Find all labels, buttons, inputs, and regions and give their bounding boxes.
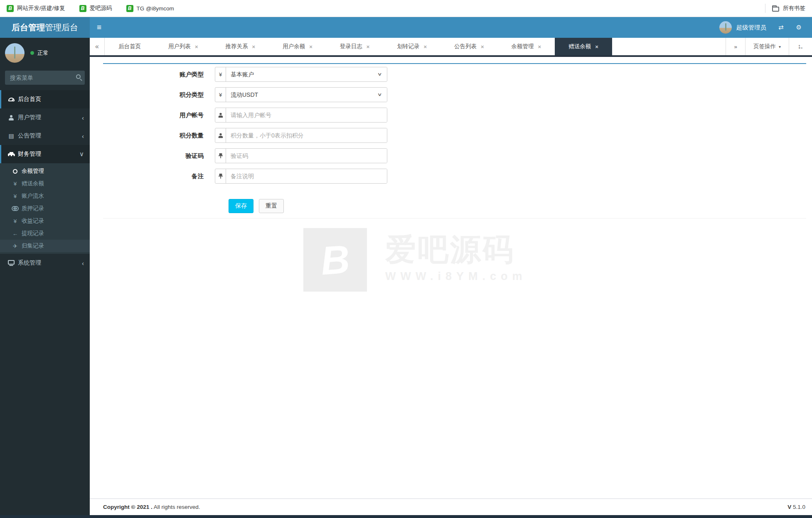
user-icon <box>7 115 15 120</box>
all-bookmarks-label: 所有书签 <box>783 5 805 12</box>
sidebar-search-input[interactable] <box>5 71 85 85</box>
pin-icon <box>215 149 226 163</box>
bookmarks-divider <box>765 4 765 13</box>
sidebar: 正常 后台首页 用户管理 ‹ ▤ 公告管理 ‹ <box>0 38 90 518</box>
sidebar-item-balance-mgmt[interactable]: 余额管理 <box>0 165 90 177</box>
bookmark-label: 网站开发/搭建/修复 <box>17 5 65 12</box>
newspaper-icon: ▤ <box>7 133 15 139</box>
field-label: 积分类型 <box>103 91 204 99</box>
close-icon[interactable]: × <box>595 44 598 50</box>
tab-bar-right: » 页签操作 ▾ <box>726 38 812 55</box>
sidebar-item-account-flow[interactable]: ¥ 账户流水 <box>0 190 90 202</box>
submenu-item-label: 账户流水 <box>22 192 44 200</box>
field-label: 用户帐号 <box>103 111 204 119</box>
close-icon[interactable]: × <box>423 44 427 50</box>
close-icon[interactable]: × <box>538 44 541 50</box>
sidebar-item-profit-log[interactable]: ¥ 收益记录 <box>0 215 90 227</box>
submenu-item-label: 收益记录 <box>22 217 44 225</box>
caret-down-icon: ▾ <box>779 44 781 49</box>
sidebar-item-label: 后台首页 <box>18 96 41 103</box>
fullscreen-button[interactable] <box>789 38 812 55</box>
sidebar-item-dashboard[interactable]: 后台首页 <box>0 90 90 108</box>
footer-version-label: V <box>787 504 791 510</box>
tabs-scroll-right-button[interactable]: » <box>726 38 745 55</box>
tab-user-balance[interactable]: 用户余额 × <box>269 38 326 55</box>
submenu-item-label: 赠送余额 <box>22 180 44 187</box>
tab-actions-dropdown[interactable]: 页签操作 ▾ <box>745 38 789 55</box>
form-buttons: 保存 重置 <box>229 199 806 213</box>
tab-login-log[interactable]: 登录日志 × <box>326 38 384 55</box>
sidebar-item-label: 系统管理 <box>18 259 41 267</box>
captcha-group <box>215 148 387 163</box>
tab-label: 公告列表 <box>454 43 477 50</box>
sidebar-item-pledge-log[interactable]: 质押记录 <box>0 202 90 215</box>
refresh-icon[interactable]: ⇄ <box>772 17 790 38</box>
account-type-select-wrap: 基本账户 <box>226 67 387 81</box>
close-icon[interactable]: × <box>195 44 198 50</box>
gear-icon[interactable]: ⚙ <box>790 17 808 38</box>
user-status-label: 正常 <box>37 49 49 57</box>
sidebar-item-withdraw-log[interactable]: ← 提现记录 <box>0 227 90 240</box>
navbar-user-menu[interactable]: 超级管理员 <box>714 17 772 38</box>
watermark-title: 爱吧源码 <box>385 231 527 268</box>
sidebar-item-system-mgmt[interactable]: 系统管理 ‹ <box>0 254 90 272</box>
sidebar-item-user-mgmt[interactable]: 用户管理 ‹ <box>0 108 90 127</box>
tab-label: 余额管理 <box>512 43 534 50</box>
monitor-icon <box>7 260 15 266</box>
points-type-select[interactable]: 流动USDT <box>226 88 387 102</box>
sidebar-toggle-button[interactable]: ≡ <box>90 17 108 38</box>
submenu-item-label: 余额管理 <box>22 167 44 175</box>
tab-label: 赠送余额 <box>568 43 591 50</box>
sidebar-user-panel: 正常 <box>0 38 90 67</box>
user-avatar <box>719 21 732 34</box>
username-input[interactable] <box>226 108 387 122</box>
logo-light-text: 管理后台 <box>45 22 78 33</box>
close-icon[interactable]: × <box>367 44 370 50</box>
bookmark-item[interactable]: B TG @i8ymcom <box>126 5 174 12</box>
close-icon[interactable]: × <box>252 44 256 50</box>
tab-user-list[interactable]: 用户列表 × <box>155 38 212 55</box>
bookmark-item[interactable]: B 爱吧源码 <box>79 5 112 12</box>
jet-icon: ✈ <box>12 243 19 249</box>
chevron-down-icon: ∨ <box>79 150 84 158</box>
tab-gift-balance[interactable]: 赠送余额 × <box>555 38 612 55</box>
account-type-select[interactable]: 基本账户 <box>226 67 387 81</box>
bookmark-label: 爱吧源码 <box>90 5 112 12</box>
sidebar-item-collect-log[interactable]: ✈ 归集记录 <box>0 240 90 252</box>
sidebar-search <box>5 71 85 85</box>
points-amount-input[interactable] <box>226 128 387 142</box>
captcha-input[interactable] <box>226 149 387 163</box>
bookmark-item[interactable]: B 网站开发/搭建/修复 <box>7 5 65 12</box>
main-content: 账户类型 ¥ 基本账户 积分类型 ¥ 流动USDT <box>90 57 812 498</box>
all-bookmarks-button[interactable]: 所有书签 <box>772 5 805 12</box>
submenu-item-label: 提现记录 <box>22 230 44 237</box>
sidebar-item-gift-balance[interactable]: ¥ 赠送余额 <box>0 177 90 190</box>
form-row-account-type: 账户类型 ¥ 基本账户 <box>103 67 806 82</box>
tab-balance-mgmt[interactable]: 余额管理 × <box>498 38 555 55</box>
sidebar-item-label: 用户管理 <box>18 114 41 121</box>
search-button[interactable] <box>76 74 81 79</box>
close-icon[interactable]: × <box>309 44 312 50</box>
close-icon[interactable]: × <box>481 44 484 50</box>
tab-dashboard[interactable]: 后台首页 <box>105 38 155 55</box>
user-icon <box>215 128 226 142</box>
top-navbar: ≡ 超级管理员 ⇄ ⚙ <box>90 17 812 38</box>
remark-input[interactable] <box>226 169 387 183</box>
app-logo[interactable]: 后台管理管理后台 <box>0 17 90 38</box>
reset-button[interactable]: 重置 <box>259 199 284 213</box>
footer-copyright-bold: Copyright © 2021 . <box>103 504 153 510</box>
chevron-left-icon: ‹ <box>82 260 84 267</box>
tab-notice-list[interactable]: 公告列表 × <box>440 38 498 55</box>
search-icon <box>76 74 81 79</box>
tab-transfer-log[interactable]: 划转记录 × <box>383 38 440 55</box>
footer-copyright-rest: All rights reserved. <box>153 504 200 510</box>
tabs-scroll-left-button[interactable]: « <box>90 38 105 55</box>
app-header: 后台管理管理后台 ≡ 超级管理员 ⇄ ⚙ <box>0 17 812 38</box>
tab-referral[interactable]: 推荐关系 × <box>212 38 269 55</box>
bookmark-favicon-icon: B <box>126 5 133 12</box>
save-button[interactable]: 保存 <box>229 199 253 213</box>
sidebar-item-notice-mgmt[interactable]: ▤ 公告管理 ‹ <box>0 127 90 145</box>
sidebar-item-finance-mgmt[interactable]: 财务管理 ∨ <box>0 145 90 163</box>
section-divider <box>103 218 806 218</box>
tab-label: 用户列表 <box>168 43 191 50</box>
